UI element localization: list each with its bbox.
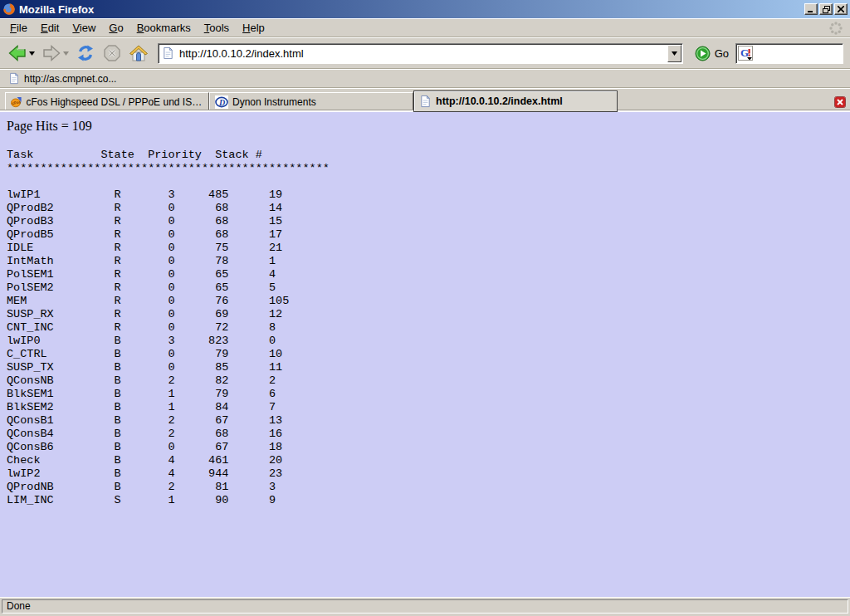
tab-dynon[interactable]: D Dynon Instruments: [209, 92, 413, 112]
titlebar: Mozilla Firefox: [0, 0, 850, 18]
reload-icon: [75, 43, 96, 63]
cfos-icon: cFos: [11, 95, 22, 109]
address-bar[interactable]: [158, 43, 683, 64]
close-tab-button[interactable]: [833, 95, 847, 109]
go-button[interactable]: Go: [690, 44, 734, 63]
page-hits-text: Page Hits = 109: [7, 119, 843, 134]
google-icon: G: [738, 46, 753, 61]
bookmarks-toolbar: http://as.cmpnet.co...: [0, 69, 850, 88]
back-dropdown[interactable]: [28, 51, 36, 56]
navigation-toolbar: Go G: [0, 37, 850, 69]
go-icon: [695, 46, 711, 61]
bookmark-label: http://as.cmpnet.co...: [24, 73, 116, 85]
close-icon: [838, 6, 844, 12]
page-content: Page Hits = 109 Task State Priority Stac…: [0, 112, 850, 597]
forward-button[interactable]: [39, 42, 71, 65]
tab-bar: cFos cFos Highspeed DSL / PPPoE und ISDN…: [0, 88, 850, 112]
menu-edit[interactable]: Edit: [34, 19, 66, 37]
status-text: Done: [2, 599, 848, 614]
minimize-button[interactable]: [804, 3, 818, 15]
url-dropdown-button[interactable]: [667, 45, 681, 62]
document-icon: [419, 95, 432, 108]
bookmark-item[interactable]: http://as.cmpnet.co...: [5, 71, 120, 86]
firefox-logo-icon: [2, 2, 16, 16]
menu-go[interactable]: Go: [102, 19, 129, 37]
home-icon: [128, 43, 149, 63]
tab-cfos[interactable]: cFos cFos Highspeed DSL / PPPoE und ISDN…: [5, 92, 209, 112]
dynon-icon: D: [215, 95, 228, 109]
document-icon: [162, 46, 174, 60]
menubar: File Edit View Go Bookmarks Tools Help: [0, 18, 850, 37]
stop-icon: [101, 43, 123, 63]
search-box[interactable]: G: [735, 43, 843, 64]
menu-help[interactable]: Help: [236, 19, 271, 37]
svg-text:G: G: [740, 46, 749, 59]
close-tab-icon: [834, 96, 846, 108]
restore-button[interactable]: [819, 3, 833, 15]
status-bar: Done: [0, 597, 850, 616]
forward-arrow-icon: [41, 43, 62, 63]
restore-icon: [823, 6, 830, 13]
menu-view[interactable]: View: [66, 19, 102, 37]
tab-label: Dynon Instruments: [232, 96, 316, 108]
menu-bookmarks[interactable]: Bookmarks: [130, 19, 198, 37]
reload-button[interactable]: [73, 42, 98, 65]
menu-file[interactable]: File: [3, 19, 34, 37]
stop-button[interactable]: [100, 42, 125, 65]
go-label: Go: [715, 47, 729, 60]
forward-dropdown[interactable]: [62, 51, 70, 56]
close-button[interactable]: [834, 3, 848, 15]
window-title: Mozilla Firefox: [19, 3, 804, 16]
url-input[interactable]: [179, 46, 667, 61]
document-icon: [8, 72, 20, 85]
svg-text:D: D: [218, 98, 225, 107]
back-arrow-icon: [7, 43, 28, 63]
search-input[interactable]: [755, 46, 841, 61]
tab-label: http://10.0.10.2/index.html: [436, 95, 563, 107]
home-button[interactable]: [126, 42, 151, 65]
back-button[interactable]: [5, 42, 37, 65]
menu-tools[interactable]: Tools: [198, 19, 236, 37]
throbber-icon: [828, 21, 843, 36]
tab-label: cFos Highspeed DSL / PPPoE und ISDN CAP.…: [26, 96, 203, 108]
tab-active-index-page[interactable]: http://10.0.10.2/index.html: [413, 90, 618, 112]
minimize-icon: [808, 6, 814, 12]
task-table: Task State Priority Stack # ************…: [7, 149, 843, 507]
